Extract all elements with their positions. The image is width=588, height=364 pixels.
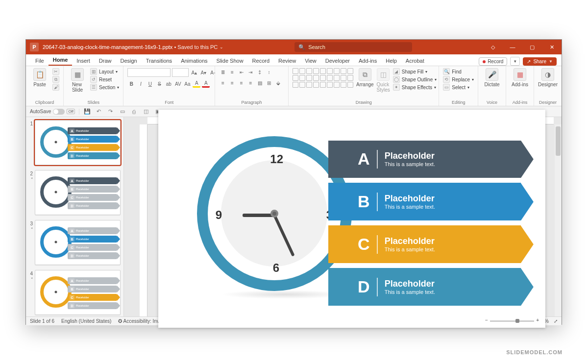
redo-icon[interactable]: ↷ bbox=[107, 108, 115, 116]
strike-button[interactable]: S bbox=[155, 80, 163, 88]
clock-6: 6 bbox=[273, 261, 279, 275]
zoom-slider[interactable] bbox=[490, 320, 534, 322]
arrow-title: Placeholder bbox=[385, 151, 435, 161]
tab-animations[interactable]: Animations bbox=[176, 56, 212, 66]
tab-help[interactable]: Help bbox=[381, 56, 401, 66]
slide-thumbnail[interactable]: APlaceholderBPlaceholderCPlaceholderDPla… bbox=[35, 170, 121, 215]
tab-draw[interactable]: Draw bbox=[95, 56, 116, 66]
section-button[interactable]: ☰Section ▾ bbox=[90, 84, 119, 91]
indent-inc-button[interactable]: ⇥ bbox=[246, 68, 254, 76]
slide-thumbnail[interactable]: APlaceholderBPlaceholderCPlaceholderDPla… bbox=[35, 270, 121, 315]
select-button[interactable]: ▭Select ▾ bbox=[443, 84, 474, 91]
paste-button[interactable]: 📋 Paste bbox=[30, 68, 49, 87]
dictate-button[interactable]: 🎤Dictate bbox=[482, 68, 502, 87]
grow-font-icon[interactable]: A▴ bbox=[190, 69, 198, 76]
qat-icon[interactable]: ▭ bbox=[119, 108, 126, 116]
ribbon-display-options[interactable]: ▾ bbox=[510, 57, 520, 66]
scrollbar-thumb[interactable] bbox=[556, 126, 561, 156]
font-color-button[interactable]: A bbox=[202, 80, 210, 88]
vertical-scrollbar[interactable] bbox=[555, 124, 562, 316]
tab-transitions[interactable]: Transitions bbox=[142, 56, 176, 66]
ribbon-body: 📋 Paste ✂ ⧉ 🖌 Clipboard ▦ New Slide ▥Lay… bbox=[26, 66, 562, 106]
justify-button[interactable]: ≡ bbox=[246, 79, 254, 87]
watermark: SLIDEMODEL.COM bbox=[506, 349, 563, 355]
tab-view[interactable]: View bbox=[300, 56, 321, 66]
format-painter-icon[interactable]: 🖌 bbox=[52, 84, 59, 91]
find-button[interactable]: 🔍Find bbox=[443, 68, 474, 75]
language-status[interactable]: English (United States) bbox=[61, 318, 111, 324]
addins-button[interactable]: ▦Add-ins bbox=[510, 68, 530, 87]
indent-dec-button[interactable]: ⇤ bbox=[238, 68, 245, 76]
numbering-button[interactable]: ≡ bbox=[228, 68, 236, 76]
shape-fill-button[interactable]: ◢Shape Fill ▾ bbox=[393, 68, 437, 75]
share-button[interactable]: ↗Share▼ bbox=[523, 57, 557, 66]
slide-thumbnail[interactable]: APlaceholderBPlaceholderCPlaceholderDPla… bbox=[35, 220, 121, 265]
shadow-button[interactable]: ab bbox=[165, 80, 172, 88]
fit-window-button[interactable]: ⤢ bbox=[554, 318, 558, 324]
tab-file[interactable]: File bbox=[31, 56, 49, 66]
quick-styles-button[interactable]: ◫Quick Styles bbox=[377, 68, 390, 93]
bold-button[interactable]: B bbox=[127, 80, 135, 88]
slide-thumbnails[interactable]: 1 APlaceholderBPlaceholderCPlaceholderDP… bbox=[26, 117, 124, 316]
bullets-button[interactable]: ≣ bbox=[219, 68, 227, 76]
line-spacing-button[interactable]: ‡ bbox=[256, 68, 264, 76]
close-button[interactable]: ✕ bbox=[542, 40, 562, 54]
title-chevron-icon[interactable]: ⌄ bbox=[220, 45, 223, 49]
qat-icon[interactable]: ⎙ bbox=[130, 108, 138, 116]
tab-acrobat[interactable]: Acrobat bbox=[401, 56, 429, 66]
clipboard-icon: 📋 bbox=[33, 68, 46, 81]
columns-button[interactable]: ▤ bbox=[256, 79, 264, 87]
underline-button[interactable]: U bbox=[146, 80, 154, 88]
shape-effects-button[interactable]: ✦Shape Effects ▾ bbox=[393, 84, 437, 91]
reset-button[interactable]: ↺Reset bbox=[90, 76, 119, 83]
tab-addins[interactable]: Add-ins bbox=[354, 56, 381, 66]
cut-icon[interactable]: ✂ bbox=[52, 68, 59, 75]
replace-button[interactable]: ⟲Replace ▾ bbox=[443, 76, 474, 83]
italic-button[interactable]: I bbox=[137, 80, 145, 88]
diamond-icon[interactable]: ◇ bbox=[483, 40, 503, 54]
slide-canvas[interactable]: 12 3 6 9 A Placeholder This is a sample … bbox=[158, 110, 545, 327]
smartart-button[interactable]: ⬙ bbox=[274, 79, 282, 87]
text-direction-button[interactable]: ↕ bbox=[265, 68, 273, 76]
tab-insert[interactable]: Insert bbox=[72, 56, 95, 66]
copy-icon[interactable]: ⧉ bbox=[52, 76, 59, 83]
save-icon[interactable]: 💾 bbox=[83, 108, 91, 116]
layout-button[interactable]: ▥Layout ▾ bbox=[90, 68, 119, 75]
addins-icon: ▦ bbox=[514, 68, 526, 81]
tab-review[interactable]: Review bbox=[274, 56, 300, 66]
change-case-button[interactable]: Aa bbox=[183, 80, 191, 88]
char-spacing-button[interactable]: AV bbox=[174, 80, 182, 88]
font-size-combo[interactable] bbox=[172, 68, 189, 77]
shrink-font-icon[interactable]: A▾ bbox=[199, 69, 207, 76]
tab-slide-show[interactable]: Slide Show bbox=[212, 56, 248, 66]
maximize-button[interactable]: ▢ bbox=[522, 40, 542, 54]
tab-home[interactable]: Home bbox=[49, 55, 73, 66]
font-family-combo[interactable] bbox=[127, 68, 171, 77]
undo-icon[interactable]: ↶ bbox=[95, 108, 103, 116]
shape-outline-button[interactable]: ◯Shape Outline ▾ bbox=[393, 76, 437, 83]
clock-hub bbox=[270, 210, 278, 218]
arrange-button[interactable]: ⧉Arrange bbox=[356, 68, 374, 87]
arrow-letter: C bbox=[358, 235, 370, 254]
slide-thumbnail[interactable]: APlaceholderBPlaceholderCPlaceholderDPla… bbox=[35, 120, 121, 165]
group-label: Slides bbox=[68, 99, 119, 105]
qat-icon[interactable]: ◫ bbox=[142, 108, 150, 116]
shapes-gallery[interactable] bbox=[293, 68, 353, 88]
align-right-button[interactable]: ≡ bbox=[238, 79, 245, 87]
designer-button[interactable]: ◑Designer bbox=[538, 68, 558, 87]
record-button[interactable]: Record bbox=[479, 57, 507, 66]
align-text-button[interactable]: ⊞ bbox=[265, 79, 273, 87]
align-left-button[interactable]: ≡ bbox=[219, 79, 227, 87]
search-input[interactable] bbox=[308, 44, 408, 50]
tab-developer[interactable]: Developer bbox=[321, 56, 354, 66]
align-center-button[interactable]: ≡ bbox=[228, 79, 236, 87]
autosave-toggle[interactable] bbox=[53, 109, 65, 115]
highlight-button[interactable]: A bbox=[193, 80, 200, 88]
mic-icon: 🎤 bbox=[486, 68, 498, 81]
tab-design[interactable]: Design bbox=[116, 56, 141, 66]
search-box[interactable]: 🔍 bbox=[294, 42, 412, 52]
tab-record[interactable]: Record bbox=[248, 56, 274, 66]
minimize-button[interactable]: — bbox=[503, 40, 522, 54]
new-slide-button[interactable]: ▦ New Slide bbox=[68, 68, 87, 93]
group-label: Editing bbox=[443, 99, 474, 105]
